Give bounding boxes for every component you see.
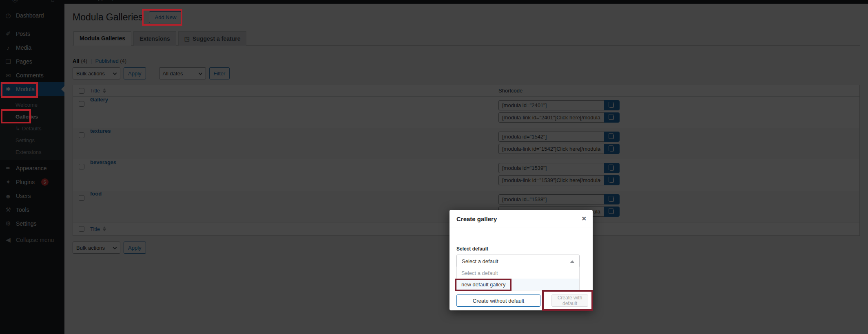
dropdown-option-new-default-gallery[interactable]: new default gallery [457,279,579,290]
select-default-label: Select default [456,246,586,252]
modal-title: Create gallery [456,215,497,222]
default-gallery-select[interactable]: Select a default [456,255,580,268]
dropdown-option-placeholder[interactable]: Select a default [457,267,579,279]
default-gallery-dropdown-list: Select a default new default gallery [456,267,580,290]
close-icon[interactable]: ✕ [581,215,587,222]
create-with-default-button[interactable]: Create with default [551,294,588,307]
chevron-up-icon [570,260,574,263]
create-gallery-modal: Create gallery ✕ Select default Select a… [450,210,593,310]
create-without-default-button[interactable]: Create without default [456,294,540,307]
modal-backdrop [0,0,868,334]
